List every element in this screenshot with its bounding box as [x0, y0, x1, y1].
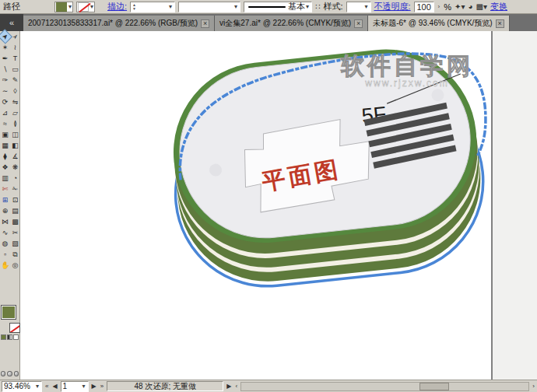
fill-swatch[interactable]	[1, 305, 16, 320]
paintbrush-tool[interactable]: ✑	[0, 75, 10, 86]
type-tool[interactable]: T	[10, 53, 20, 64]
opacity-value-field[interactable]: 100	[414, 2, 434, 12]
perspective-selection-tool[interactable]: ⊡	[10, 194, 20, 205]
tab-document-2[interactable]: vi全集27.ai* @ 222.66% (CMYK/预览) ×	[215, 16, 368, 31]
tab-document-1[interactable]: 20071230135833317.ai* @ 222.66% (RGB/预览)…	[23, 16, 215, 31]
live-paint-bucket-tool[interactable]: ◍	[0, 238, 10, 249]
tab-document-3-active[interactable]: 未标题-6* @ 93.46% (CMYK/预览) ×	[368, 16, 510, 31]
scroll-right-button[interactable]: ›	[532, 383, 535, 390]
mesh-tool[interactable]: ▦	[0, 140, 10, 151]
brush-stroke-preview	[248, 6, 286, 8]
artboard-number-field[interactable]: 1 ▾	[61, 381, 89, 392]
free-transform-tool[interactable]: ▣	[0, 129, 10, 140]
stepper-icon[interactable]: ▲▼	[132, 3, 136, 11]
select-similar-icon[interactable]: ✦▾	[455, 2, 465, 11]
style-label: 样式:	[323, 1, 342, 12]
gradient-tool[interactable]: ◧	[10, 140, 20, 151]
column-graph-tool[interactable]: ▥	[0, 173, 10, 184]
none-button[interactable]	[13, 334, 19, 340]
stroke-color-dropdown[interactable]: ▾	[76, 2, 95, 12]
opacity-slider-arrow-icon[interactable]: ›	[437, 3, 441, 10]
color-button[interactable]	[1, 334, 6, 340]
graphic-style-dropdown[interactable]: ▾	[346, 2, 371, 12]
next-artboard-button[interactable]: ▶	[91, 383, 97, 390]
close-icon[interactable]: ×	[496, 19, 504, 28]
stroke-panel-link[interactable]: 描边:	[107, 1, 127, 12]
slice-selection-tool[interactable]: ✁	[10, 184, 20, 194]
status-menu-arrow-icon[interactable]: ▶	[226, 383, 232, 390]
recolor-sphere-icon[interactable]: ◕	[468, 2, 472, 11]
gradient-button[interactable]	[7, 334, 12, 340]
artwork-svg: 平面图 5F 软件自学网 www.rjzxw.com	[20, 31, 537, 380]
artboard-number: 1	[63, 382, 68, 390]
chevron-down-icon: ▾	[305, 3, 310, 10]
align-options-icon[interactable]: ▩▾	[476, 2, 487, 11]
shear-tool[interactable]: ▱	[10, 107, 20, 118]
live-paint-selection-tool[interactable]: ▧	[10, 238, 20, 249]
zoom-level-dropdown[interactable]: 93.46% ▾	[2, 381, 42, 392]
reflect-tool[interactable]: ⇋	[10, 96, 20, 107]
fill-stroke-swatches	[0, 305, 20, 333]
stroke-none-swatch[interactable]	[78, 2, 89, 12]
scissors-tool[interactable]: ✂	[10, 227, 20, 238]
scroll-left-button[interactable]: ‹	[234, 383, 238, 390]
smooth-tool[interactable]: ∼	[0, 86, 10, 96]
grid-tool[interactable]: ▩	[10, 216, 20, 227]
zoom-tool[interactable]: ◎	[10, 260, 20, 271]
measure-tool[interactable]: ∡	[10, 151, 20, 162]
symbol-sprayer-tool[interactable]: ❋	[10, 162, 20, 173]
brush-definition-dropdown[interactable]: 基本 ▾	[244, 2, 312, 12]
first-artboard-button[interactable]: «	[44, 383, 49, 390]
horizontal-scrollbar[interactable]	[240, 382, 529, 391]
canvas-area[interactable]: 平面图 5F 软件自学网 www.rjzxw.com	[20, 31, 537, 380]
close-icon[interactable]: ×	[201, 19, 209, 28]
shape-builder-tool[interactable]: ◫	[10, 129, 20, 140]
stroke-weight-field[interactable]: ▲▼ ▾	[130, 2, 175, 12]
width-tool[interactable]: ≬	[10, 118, 20, 129]
close-icon[interactable]: ×	[354, 19, 363, 28]
envelope-distort-tool[interactable]: ⋈	[0, 216, 10, 227]
perspective-grid-tool[interactable]: ⊞	[0, 194, 10, 205]
opacity-panel-link[interactable]: 不透明度:	[374, 1, 411, 12]
horizontal-scrollbar-thumb[interactable]	[419, 383, 449, 390]
recolor-artwork-icon[interactable]: ∷	[315, 2, 320, 11]
floor-number-text[interactable]: 5F	[360, 102, 387, 128]
normal-screen-mode-button[interactable]	[1, 371, 5, 376]
rotate-view-tool[interactable]: ⊕	[0, 205, 10, 216]
rotate-tool[interactable]: ⟳	[0, 96, 10, 107]
rectangle-tool[interactable]: ▭	[10, 64, 20, 75]
chevron-down-icon: ▾	[82, 383, 86, 390]
watermark-title: 软件自学网	[340, 53, 473, 79]
last-artboard-button[interactable]: »	[100, 383, 104, 390]
object-type-label: 路径	[3, 1, 20, 12]
print-tiling-tool[interactable]: ⧉	[10, 249, 20, 260]
knife-tool[interactable]: ∿	[0, 227, 10, 238]
full-screen-mode-button[interactable]	[14, 371, 19, 376]
slice-tool[interactable]: ✄	[0, 184, 10, 194]
color-mode-buttons	[0, 333, 19, 341]
pen-tool[interactable]: ✒	[0, 53, 10, 64]
toolbar-collapse-button[interactable]: «	[0, 14, 23, 31]
tool-grid: ➤➢✶≀✒T∖▭✑✎∼◊⟳⇋⊿▱≈≬▣◫▦◧⧫∡❖❋▥◔✄✁⊞⊡⊕▤⋈▩∿✂◍▧…	[0, 31, 19, 271]
full-screen-menu-mode-button[interactable]	[7, 371, 12, 376]
scale-tool[interactable]: ⊿	[0, 107, 10, 118]
stroke-swatch[interactable]	[9, 323, 20, 333]
variable-width-profile-dropdown[interactable]: ▾	[178, 2, 240, 12]
eyedropper-tool[interactable]: ⧫	[0, 151, 10, 162]
page-tool[interactable]: ▤	[10, 205, 20, 216]
document-tab-bar: « 20071230135833317.ai* @ 222.66% (RGB/预…	[0, 14, 537, 31]
blend-tool[interactable]: ❖	[0, 162, 10, 173]
warp-tool[interactable]: ≈	[0, 118, 10, 129]
transform-panel-link[interactable]: 变换	[490, 1, 507, 12]
watermark-url: www.rjzxw.com	[364, 78, 448, 89]
chevron-down-icon: ▾	[364, 3, 369, 10]
fill-color-swatch[interactable]	[56, 2, 67, 12]
pie-graph-tool[interactable]: ◔	[10, 173, 20, 184]
hand-tool[interactable]: ✋	[0, 260, 10, 271]
artboard-tool[interactable]: ▫	[0, 249, 10, 260]
prev-artboard-button[interactable]: ◀	[51, 383, 58, 390]
pencil-tool[interactable]: ✎	[10, 75, 20, 86]
line-segment-tool[interactable]: ∖	[0, 64, 10, 75]
eraser-tool[interactable]: ◊	[10, 86, 20, 96]
fill-color-dropdown[interactable]: ▾	[54, 2, 73, 12]
